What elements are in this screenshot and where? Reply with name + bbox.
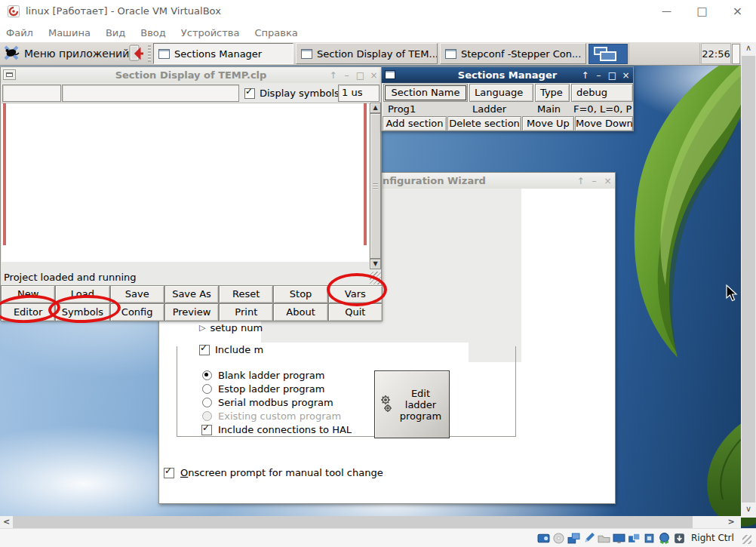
shared-folders-icon[interactable] [598, 532, 610, 545]
virtual-screens-icon[interactable] [628, 532, 641, 545]
rung-comment-field[interactable] [62, 85, 239, 102]
preview-button[interactable]: Preview [164, 303, 219, 321]
display-icon[interactable] [613, 532, 625, 545]
host-minimize-button[interactable]: — [649, 0, 684, 23]
network-adapters-icon[interactable] [567, 532, 580, 545]
minimize-icon[interactable]: – [342, 70, 352, 81]
clock[interactable]: 22:56 [701, 43, 731, 64]
close-icon[interactable]: × [369, 70, 379, 81]
radio-estop-ladder[interactable]: Estop ladder program [202, 383, 324, 395]
radio-on-icon[interactable] [202, 370, 212, 380]
maximize-icon[interactable]: □ [607, 70, 617, 81]
include-checkbox-row[interactable]: ✓ Include m [199, 344, 263, 355]
move-down-button[interactable]: Move Down [575, 116, 633, 131]
column-language[interactable]: Language [469, 84, 533, 102]
menu-help[interactable]: Справка [254, 27, 297, 38]
menu-devices[interactable]: Устройства [181, 27, 240, 38]
checkbox-checked[interactable]: ✓ [164, 468, 174, 478]
radio-existing-custom: Existing custom program [202, 410, 341, 422]
shade-icon[interactable]: ↑ [328, 70, 338, 81]
radio-off-icon[interactable] [202, 398, 212, 407]
delete-section-button[interactable]: Delete section [447, 116, 521, 131]
task-sections-manager[interactable]: Sections Manager [153, 43, 293, 64]
column-section-name[interactable]: Section Name [383, 84, 468, 102]
move-up-button[interactable]: Move Up [522, 116, 574, 131]
host-maximize-button[interactable]: □ [684, 0, 720, 23]
scroll-left-icon[interactable]: < [0, 516, 13, 528]
window-menu-icon[interactable] [385, 70, 395, 79]
hal-checkbox-row[interactable]: ✓ Include connections to HAL [201, 424, 352, 435]
minimize-icon[interactable]: – [589, 176, 599, 186]
setup-expander[interactable]: ▷ setup num [199, 322, 263, 333]
wizard-title: nfiguration Wizard [383, 173, 486, 189]
canvas-vscrollbar[interactable]: ▲ ▼ [370, 103, 381, 269]
minimize-icon[interactable]: – [594, 70, 604, 81]
radio-serial-modbus[interactable]: Serial modbus program [202, 397, 333, 408]
radio-blank-ladder[interactable]: Blank ladder program [202, 370, 324, 381]
scrollbar-thumb[interactable] [13, 516, 693, 528]
ladder-canvas[interactable] [2, 103, 369, 262]
edit-ladder-button[interactable]: Edit ladder program [374, 370, 450, 438]
task-section-display[interactable]: Section Display of TEM... [296, 43, 438, 64]
timer-field[interactable]: 1 us [338, 85, 380, 102]
menu-machine[interactable]: Машина [48, 27, 91, 38]
add-section-button[interactable]: Add section [383, 116, 447, 131]
applications-menu-button[interactable]: Меню приложений [2, 43, 124, 64]
menu-input[interactable]: Ввод [140, 27, 166, 38]
checkbox-checked[interactable]: ✓ [244, 88, 255, 99]
checkbox-checked[interactable]: ✓ [201, 425, 212, 435]
window-menu-icon[interactable] [3, 69, 16, 80]
optical-disc-icon[interactable] [552, 532, 565, 545]
scrollbar-thumb[interactable] [370, 113, 381, 259]
scroll-down-icon[interactable]: ▼ [370, 259, 381, 269]
radio-off-icon[interactable] [202, 384, 212, 394]
close-icon[interactable]: × [603, 176, 613, 186]
task-stepconf[interactable]: Stepconf -Stepper Con... [440, 43, 586, 64]
horizontal-scrollbar[interactable]: < > [0, 516, 741, 528]
scroll-up-icon[interactable]: ▲ [370, 103, 381, 113]
about-button[interactable]: About [273, 303, 327, 321]
close-icon[interactable]: × [621, 70, 631, 81]
cell-debug: F=0, L=0, P [573, 103, 632, 115]
maximize-icon[interactable]: □ [355, 70, 365, 81]
onscreen-prompt-row[interactable]: ✓ Onscreen prompt for manual tool change [164, 467, 383, 478]
column-debug[interactable]: debug [571, 84, 633, 102]
hard-disk-icon[interactable] [537, 532, 550, 545]
host-close-button[interactable]: × [720, 0, 755, 23]
recording-pencil-icon[interactable] [582, 532, 595, 545]
host-window-title: linux [Работает] - Oracle VM VirtualBox [26, 5, 221, 17]
radio-label: Blank ladder program [218, 370, 324, 381]
menu-file[interactable]: Файл [6, 27, 33, 38]
virtualbox-logo-icon [8, 5, 20, 17]
vertical-scrollbar[interactable]: ∧ ∨ [741, 42, 756, 518]
checkbox-checked[interactable]: ✓ [199, 345, 210, 355]
column-type[interactable]: Type [535, 84, 570, 102]
cell-type: Main [537, 103, 561, 115]
network-globe-icon[interactable] [658, 532, 671, 545]
edit-ladder-label: Edit ladder program [397, 388, 445, 422]
window-resize-grip[interactable] [742, 535, 751, 544]
save-button[interactable]: Save [110, 285, 164, 303]
mouse-integration-icon[interactable] [673, 532, 686, 545]
menu-view[interactable]: Вид [106, 27, 125, 38]
onscreen-label: Onscreen prompt for manual tool change [180, 467, 383, 478]
stop-button[interactable]: Stop [273, 285, 327, 303]
save-as-button[interactable]: Save As [164, 285, 219, 303]
shade-icon[interactable]: ↑ [576, 176, 585, 186]
scroll-right-icon[interactable]: > [723, 516, 739, 528]
display-symbols-row[interactable]: ✓ Display symbols [244, 88, 340, 99]
section-display-titlebar[interactable]: Section Display of TEMP.clp ↑ – □ × [1, 67, 381, 83]
scroll-up-icon[interactable]: ∧ [741, 42, 756, 56]
logout-button[interactable] [127, 44, 146, 64]
scroll-down-icon[interactable]: ∨ [741, 502, 756, 518]
shade-icon[interactable]: ↑ [580, 70, 590, 81]
rung-label-field[interactable] [2, 85, 61, 102]
sections-manager-titlebar[interactable]: Sections Manager ↑ – □ × [382, 67, 633, 83]
print-button[interactable]: Print [219, 303, 273, 321]
table-row[interactable]: Prog1 Ladder Main F=0, L=0, P [383, 102, 633, 116]
reset-button[interactable]: Reset [219, 285, 273, 303]
features-chip-icon[interactable] [643, 532, 656, 545]
panel-handle[interactable] [148, 45, 151, 62]
scrollbar-thumb[interactable] [742, 56, 755, 502]
workspace-pager[interactable] [589, 44, 628, 64]
